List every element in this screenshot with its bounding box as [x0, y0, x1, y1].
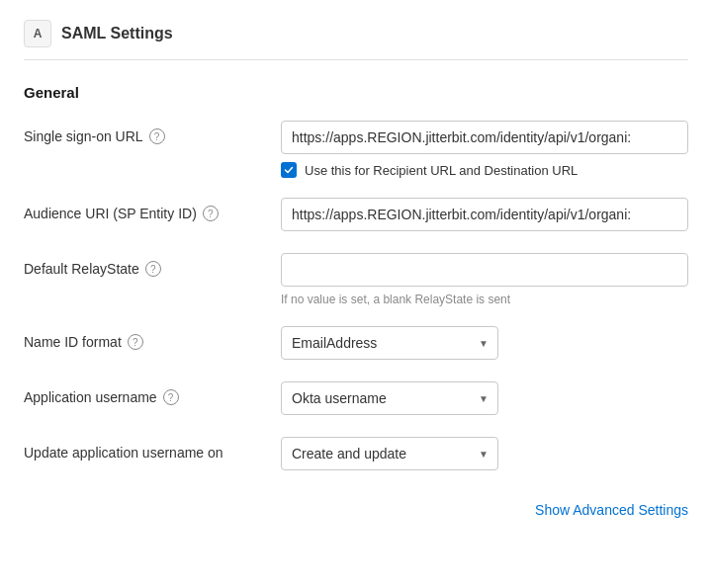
sso-url-control: Use this for Recipient URL and Destinati…: [281, 121, 688, 178]
relay-state-input[interactable]: [281, 253, 688, 287]
app-username-row: Application username ? Okta username Ema…: [24, 381, 688, 417]
name-id-format-control: EmailAddress Unspecified X509SubjectName…: [281, 326, 688, 360]
update-username-select-wrapper: Create and update Create only ▼: [281, 437, 498, 470]
update-username-control: Create and update Create only ▼: [281, 437, 688, 470]
update-username-label: Update application username on: [24, 437, 281, 461]
sso-url-help-icon[interactable]: ?: [149, 128, 165, 144]
header-icon: A: [24, 20, 51, 47]
header: A SAML Settings: [24, 20, 688, 60]
recipient-url-checkbox-row: Use this for Recipient URL and Destinati…: [281, 162, 688, 178]
name-id-format-help-icon[interactable]: ?: [128, 334, 143, 350]
name-id-format-select[interactable]: EmailAddress Unspecified X509SubjectName…: [281, 326, 498, 360]
app-username-help-icon[interactable]: ?: [163, 389, 179, 405]
sso-url-label: Single sign-on URL ?: [24, 121, 281, 144]
recipient-url-checkbox-label: Use this for Recipient URL and Destinati…: [305, 163, 578, 178]
relay-state-row: Default RelayState ? If no value is set,…: [24, 253, 688, 306]
name-id-format-row: Name ID format ? EmailAddress Unspecifie…: [24, 326, 688, 362]
relay-state-hint: If no value is set, a blank RelayState i…: [281, 293, 688, 306]
page-title: SAML Settings: [61, 25, 173, 42]
audience-uri-row: Audience URI (SP Entity ID) ?: [24, 198, 688, 233]
app-username-label: Application username ?: [24, 381, 281, 405]
app-username-control: Okta username Email AD SAM Account Name …: [281, 381, 688, 415]
sso-url-row: Single sign-on URL ? Use this for Recipi…: [24, 121, 688, 178]
update-username-row: Update application username on Create an…: [24, 437, 688, 472]
recipient-url-checkbox[interactable]: [281, 162, 297, 178]
audience-uri-input[interactable]: [281, 198, 688, 231]
name-id-format-select-wrapper: EmailAddress Unspecified X509SubjectName…: [281, 326, 498, 360]
name-id-format-label: Name ID format ?: [24, 326, 281, 350]
relay-state-help-icon[interactable]: ?: [145, 261, 161, 277]
relay-state-control: If no value is set, a blank RelayState i…: [281, 253, 688, 306]
general-section: General Single sign-on URL ? Use this fo…: [24, 84, 688, 472]
audience-uri-label: Audience URI (SP Entity ID) ?: [24, 198, 281, 221]
app-username-select[interactable]: Okta username Email AD SAM Account Name …: [281, 381, 498, 415]
app-username-select-wrapper: Okta username Email AD SAM Account Name …: [281, 381, 498, 415]
update-username-select[interactable]: Create and update Create only: [281, 437, 498, 470]
section-title: General: [24, 84, 688, 101]
audience-uri-help-icon[interactable]: ?: [203, 206, 219, 221]
relay-state-label: Default RelayState ?: [24, 253, 281, 277]
advanced-settings-link-container: Show Advanced Settings: [24, 492, 688, 528]
sso-url-input[interactable]: [281, 121, 688, 154]
advanced-settings-link[interactable]: Show Advanced Settings: [535, 502, 688, 518]
page-container: A SAML Settings General Single sign-on U…: [0, 0, 712, 547]
audience-uri-control: [281, 198, 688, 231]
